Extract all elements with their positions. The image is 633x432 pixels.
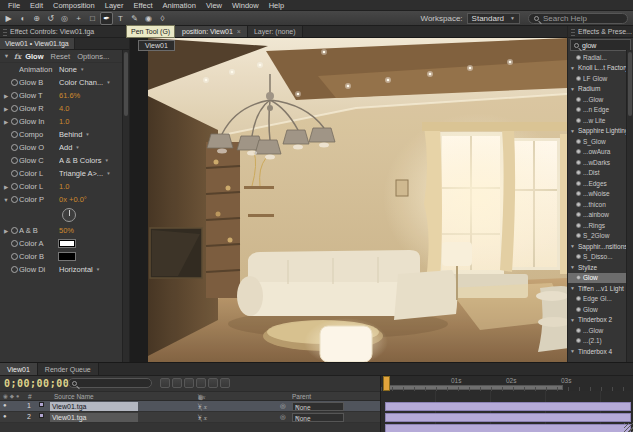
category-tiffen-v1-light[interactable]: ▼Tiffen ...v1 Light [568, 283, 633, 294]
stopwatch-icon[interactable] [10, 196, 19, 203]
property-glow-t[interactable]: ▶Glow T61.6% [0, 89, 129, 102]
preset-wdarks[interactable]: ...wDarks [568, 157, 633, 168]
hand-tool[interactable]: ◖ [16, 12, 29, 25]
preset-w-lite[interactable]: ...w Lite [568, 115, 633, 126]
property-color-p[interactable]: ▼Color P0x +0.0° [0, 193, 129, 206]
column-source-name[interactable]: Source Name [54, 393, 94, 400]
stopwatch-icon[interactable] [10, 227, 19, 234]
puppet-pin-tool[interactable]: ◊ [156, 12, 169, 25]
expand-icon[interactable]: ▶ [2, 119, 10, 125]
collapse-icon[interactable]: ▼ [570, 128, 576, 134]
parent-dropdown[interactable]: None▼ [292, 413, 344, 422]
preset-s-disso[interactable]: S_Disso... [568, 252, 633, 263]
stopwatch-icon[interactable] [10, 157, 19, 164]
preset-rings[interactable]: ...Rings [568, 220, 633, 231]
stopwatch-icon[interactable] [10, 92, 19, 99]
timeline-tab-view01[interactable]: View01 [0, 363, 38, 375]
composition-viewer[interactable] [130, 38, 567, 362]
property-dropdown[interactable]: None [59, 65, 84, 74]
menu-composition[interactable]: Composition [48, 1, 100, 10]
clone-stamp-tool[interactable]: ◉ [142, 12, 155, 25]
property-glow-di[interactable]: Glow DiHorizontal [0, 263, 129, 276]
property-color-a[interactable]: Color A [0, 237, 129, 250]
property-dropdown[interactable]: Horizontal [59, 265, 100, 274]
expand-icon[interactable]: ▶ [2, 106, 10, 112]
property-value[interactable]: 1.0 [59, 182, 69, 191]
eye-icon[interactable]: ● [3, 402, 7, 408]
reset-button[interactable]: Reset [51, 52, 71, 61]
property-dropdown[interactable]: Add [59, 143, 80, 152]
property-dropdown[interactable]: Behind [59, 130, 90, 139]
menu-help[interactable]: Help [264, 1, 289, 10]
help-search-input[interactable]: Search Help [528, 13, 628, 24]
property-a-b[interactable]: ▶A & B50% [0, 224, 129, 237]
stopwatch-icon[interactable] [10, 79, 19, 86]
hide-shy-layers-button[interactable] [184, 378, 194, 388]
pen-tool[interactable]: ✒ [100, 12, 113, 25]
layer-bar-1[interactable] [385, 402, 631, 411]
effects-presets-scrollbar[interactable] [626, 50, 633, 362]
glow-effect-header[interactable]: ▼ fx Glow Reset Options... [0, 50, 129, 63]
eye-icon[interactable]: ● [3, 413, 7, 419]
scrollbar-thumb[interactable] [628, 52, 632, 116]
collapse-icon[interactable]: ▼ [570, 86, 576, 92]
collapse-icon[interactable]: ▼ [570, 243, 576, 249]
preset-wnoise[interactable]: ...wNoise [568, 189, 633, 200]
property-dropdown[interactable]: A & B Colors [59, 156, 109, 165]
preset-s-2glow[interactable]: S_2Glow [568, 231, 633, 242]
effect-controls-tab[interactable]: View01 • View01.tga [0, 38, 75, 49]
preset-s-glow[interactable]: S_Glow [568, 136, 633, 147]
close-icon[interactable]: × [237, 28, 241, 35]
menu-effect[interactable]: Effect [128, 1, 157, 10]
options-button[interactable]: Options... [77, 52, 109, 61]
menu-view[interactable]: View [201, 1, 227, 10]
collapse-icon[interactable]: ▼ [570, 65, 576, 71]
expand-icon[interactable]: ▶ [2, 184, 10, 190]
effect-controls-header[interactable]: Effect Controls: View01.tga [0, 26, 129, 38]
collapse-icon[interactable]: ▼ [570, 285, 576, 291]
frame-blending-button[interactable] [196, 378, 206, 388]
effects-presets-header[interactable]: Effects & Prese... [568, 26, 633, 38]
motion-blur-button[interactable] [208, 378, 218, 388]
rotation-dial[interactable] [62, 208, 76, 222]
layer-name[interactable]: View01.tga [50, 402, 138, 411]
preset-owaura[interactable]: ...owAura [568, 147, 633, 158]
timeline-search-input[interactable] [68, 378, 152, 388]
selection-tool[interactable]: ▶ [2, 12, 15, 25]
property-dropdown[interactable]: Color Chan... [59, 78, 111, 87]
stopwatch-icon[interactable] [10, 144, 19, 151]
camera-tool[interactable]: ◎ [58, 12, 71, 25]
color-swatch[interactable] [59, 240, 75, 247]
category-radium[interactable]: ▼Radium [568, 84, 633, 95]
property-value[interactable]: 0x +0.0° [59, 195, 87, 204]
parent-dropdown[interactable]: None▼ [292, 402, 344, 411]
preset-n-edge[interactable]: ...n Edge [568, 105, 633, 116]
stopwatch-icon[interactable] [10, 131, 19, 138]
stopwatch-icon[interactable] [10, 170, 19, 177]
stopwatch-icon[interactable] [10, 253, 19, 260]
stopwatch-icon[interactable] [10, 240, 19, 247]
workspace-dropdown[interactable]: Standard ▼ [467, 13, 520, 24]
menu-file[interactable]: File [3, 1, 25, 10]
property-glow-r[interactable]: ▶Glow R4.0 [0, 102, 129, 115]
property-compo[interactable]: CompoBehind [0, 128, 129, 141]
preset-lf-glow[interactable]: LF Glow [568, 73, 633, 84]
stopwatch-icon[interactable] [10, 118, 19, 125]
zoom-tool[interactable]: ⊕ [30, 12, 43, 25]
property-value[interactable]: 4.0 [59, 104, 69, 113]
category-tinderbox-4[interactable]: ▼Tinderbox 4 [568, 346, 633, 357]
preset-glow[interactable]: Glow [568, 273, 633, 284]
collapse-icon[interactable]: ▼ [570, 348, 576, 354]
column-parent[interactable]: Parent [292, 393, 311, 400]
property-animation[interactable]: AnimationNone [0, 63, 129, 76]
preset-edges[interactable]: ...Edges [568, 178, 633, 189]
property-value[interactable]: 1.0 [59, 117, 69, 126]
layer-row-2[interactable]: ●2View01.tga◒╲fx◎None▼ [0, 412, 380, 423]
brush-tool[interactable]: ✎ [128, 12, 141, 25]
menu-window[interactable]: Window [227, 1, 264, 10]
layer-bar-overflow[interactable] [385, 424, 631, 432]
time-ruler[interactable]: 01s02s03s [380, 376, 633, 391]
preset-radial[interactable]: Radial... [568, 52, 633, 63]
menu-edit[interactable]: Edit [25, 1, 48, 10]
collapse-icon[interactable]: ▼ [570, 264, 576, 270]
